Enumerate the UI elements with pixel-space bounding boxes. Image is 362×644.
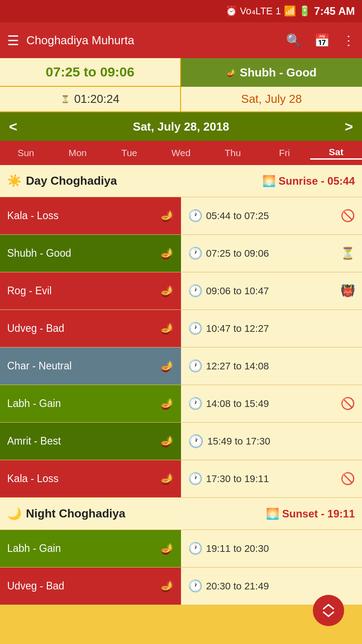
calendar-icon[interactable]: 📅 [314, 33, 330, 48]
status-label: Shubh - Good [240, 66, 317, 80]
clock-pink-icon: 🕐 [188, 434, 204, 449]
loss-icon: 🚫 [341, 209, 355, 223]
top-bar: ☰ Choghadiya Muhurta 🔍 📅 ⋮ [0, 22, 362, 58]
kala-time-2: 🕐 17:30 to 19:11 🚫 [181, 460, 362, 497]
sunset-label: 🌅 Sunset - 19:11 [266, 508, 355, 520]
udveg-time: 🕐 10:47 to 12:27 [181, 310, 362, 347]
day-wed[interactable]: Wed [155, 148, 207, 158]
diya-icon: 🪔 [160, 360, 174, 373]
table-row: Char - Neutral 🪔 🕐 12:27 to 14:08 [0, 347, 362, 385]
clock-icon: 🕐 [188, 246, 202, 260]
hourglass-icon: ⏳ [61, 95, 70, 103]
day-sun[interactable]: Sun [0, 148, 52, 158]
hourglass-icon: ⏳ [341, 246, 355, 260]
nav-bar: < Sat, July 28, 2018 > [0, 112, 362, 141]
chevron-updown-icon [322, 604, 335, 605]
sun-icon: ☀️ [7, 174, 21, 188]
diya-icon: 🪔 [160, 247, 174, 260]
shubh-time: 🕐 07:25 to 09:06 ⏳ [181, 235, 362, 272]
labh-time-night: 🕐 19:11 to 20:30 [181, 530, 362, 567]
sunrise-icon: 🌅 [262, 175, 276, 187]
prev-button[interactable]: < [0, 119, 26, 135]
table-row: Shubh - Good 🪔 🕐 07:25 to 09:06 ⏳ [0, 235, 362, 272]
nav-date-title: Sat, July 28, 2018 [26, 120, 336, 134]
diya-icon: 🪔 [160, 285, 174, 297]
udveg-bad-night: Udveg - Bad 🪔 [0, 568, 181, 605]
day-fri[interactable]: Fri [259, 148, 311, 158]
labh-gain-1: Labh - Gain 🪔 [0, 385, 181, 422]
status-icons: ⏰ Vo₄LTE 1 📶 🔋 [225, 5, 311, 17]
loss-icon: 🚫 [341, 397, 355, 411]
countdown-value: 01:20:24 [74, 92, 119, 106]
diya-icon: 🪔 [160, 542, 174, 555]
header-info: 07:25 to 09:06 🪔 Shubh - Good ⏳ 01:20:24… [0, 58, 362, 112]
clock-icon: 🕐 [188, 579, 202, 593]
table-row: Kala - Loss 🪔 🕐 17:30 to 19:11 🚫 [0, 460, 362, 498]
amrit-time: 🕐 15:49 to 17:30 [181, 423, 362, 460]
clock-icon: 🕐 [188, 322, 202, 335]
night-section-header: 🌙 Night Choghadiya 🌅 Sunset - 19:11 [0, 498, 362, 530]
clock-icon: 🕐 [188, 542, 202, 555]
loss-icon: 🚫 [341, 472, 355, 486]
clock-icon: 🕐 [188, 397, 202, 411]
moon-icon: 🌙 [7, 507, 21, 521]
sunrise-label: 🌅 Sunrise - 05:44 [262, 175, 355, 187]
day-sat[interactable]: Sat [310, 147, 362, 160]
table-row: Amrit - Best 🪔 🕐 15:49 to 17:30 [0, 423, 362, 460]
sunset-icon: 🌅 [266, 508, 279, 520]
header-date-value: Sat, July 28 [241, 92, 302, 106]
char-neutral: Char - Neutral 🪔 [0, 347, 181, 385]
diya-icon: 🪔 [160, 580, 174, 593]
evil-icon: 👹 [341, 284, 355, 298]
diya-icon: 🪔 [160, 210, 174, 222]
days-row: Sun Mon Tue Wed Thu Fri Sat [0, 141, 362, 165]
diya-icon: 🪔 [227, 68, 236, 77]
header-countdown: ⏳ 01:20:24 [0, 87, 181, 111]
udveg-bad: Udveg - Bad 🪔 [0, 310, 181, 347]
table-row: Udveg - Bad 🪔 🕐 10:47 to 12:27 [0, 310, 362, 347]
kala-loss-1: Kala - Loss 🪔 [0, 197, 181, 234]
table-row: Kala - Loss 🪔 🕐 05:44 to 07:25 🚫 [0, 197, 362, 235]
diya-icon: 🪔 [160, 322, 174, 335]
clock-icon: 🕐 [188, 472, 202, 486]
diya-icon: 🪔 [160, 435, 174, 448]
night-section-title: 🌙 Night Choghadiya [7, 507, 266, 521]
kala-time-1: 🕐 05:44 to 07:25 🚫 [181, 197, 362, 234]
table-row: Labh - Gain 🪔 🕐 19:11 to 20:30 [0, 530, 362, 568]
day-thu[interactable]: Thu [207, 148, 259, 158]
clock-icon: 🕐 [188, 284, 202, 298]
table-row: Rog - Evil 🪔 🕐 09:06 to 10:47 👹 [0, 272, 362, 310]
status-bar: ⏰ Vo₄LTE 1 📶 🔋 7:45 AM [0, 0, 362, 22]
kala-loss-2: Kala - Loss 🪔 [0, 460, 181, 497]
labh-time-1: 🕐 14:08 to 15:49 🚫 [181, 385, 362, 422]
labh-gain-night: Labh - Gain 🪔 [0, 530, 181, 567]
clock-icon: 🕐 [188, 359, 202, 373]
app-title: Choghadiya Muhurta [26, 34, 274, 47]
clock-icon: 🕐 [188, 209, 202, 223]
search-icon[interactable]: 🔍 [286, 33, 302, 48]
status-time: 7:45 AM [314, 5, 355, 17]
amrit-best: Amrit - Best 🪔 [0, 423, 181, 460]
header-status: 🪔 Shubh - Good [181, 58, 362, 87]
menu-icon[interactable]: ☰ [7, 33, 19, 48]
table-row: Labh - Gain 🪔 🕐 14:08 to 15:49 🚫 [0, 385, 362, 423]
table-row: Udveg - Bad 🪔 🕐 20:30 to 21:49 [0, 568, 362, 605]
day-section-title: ☀️ Day Choghadiya [7, 174, 262, 188]
diya-icon: 🪔 [160, 398, 174, 410]
next-button[interactable]: > [336, 119, 362, 135]
more-icon[interactable]: ⋮ [342, 33, 355, 48]
current-time-range: 07:25 to 09:06 [7, 64, 173, 80]
rog-evil: Rog - Evil 🪔 [0, 272, 181, 309]
rog-time: 🕐 09:06 to 10:47 👹 [181, 272, 362, 309]
diya-icon: 🪔 [160, 473, 174, 485]
day-mon[interactable]: Mon [52, 148, 104, 158]
char-time: 🕐 12:27 to 14:08 [181, 347, 362, 385]
shubh-good: Shubh - Good 🪔 [0, 235, 181, 272]
header-date: Sat, July 28 [181, 87, 362, 111]
day-section-header: ☀️ Day Choghadiya 🌅 Sunrise - 05:44 [0, 165, 362, 197]
header-time-range: 07:25 to 09:06 [0, 58, 181, 87]
day-tue[interactable]: Tue [103, 148, 155, 158]
